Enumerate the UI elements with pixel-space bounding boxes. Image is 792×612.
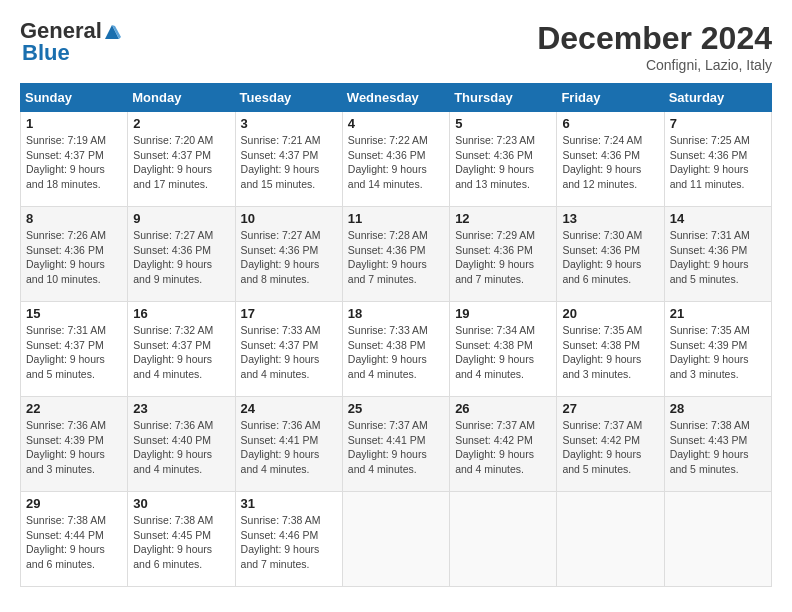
empty-cell-1: [342, 492, 449, 587]
col-wednesday: Wednesday: [342, 84, 449, 112]
title-area: December 2024 Configni, Lazio, Italy: [537, 20, 772, 73]
day-dec-26: 26 Sunrise: 7:37 AMSunset: 4:42 PMDaylig…: [450, 397, 557, 492]
col-friday: Friday: [557, 84, 664, 112]
day-dec-12: 12 Sunrise: 7:29 AMSunset: 4:36 PMDaylig…: [450, 207, 557, 302]
day-dec-29: 29 Sunrise: 7:38 AMSunset: 4:44 PMDaylig…: [21, 492, 128, 587]
day-dec-30: 30 Sunrise: 7:38 AMSunset: 4:45 PMDaylig…: [128, 492, 235, 587]
day-dec-9: 9 Sunrise: 7:27 AMSunset: 4:36 PMDayligh…: [128, 207, 235, 302]
logo-text: General: [20, 20, 121, 42]
logo-icon: [103, 23, 121, 41]
col-saturday: Saturday: [664, 84, 771, 112]
day-dec-8: 8 Sunrise: 7:26 AMSunset: 4:36 PMDayligh…: [21, 207, 128, 302]
col-thursday: Thursday: [450, 84, 557, 112]
day-dec-22: 22 Sunrise: 7:36 AMSunset: 4:39 PMDaylig…: [21, 397, 128, 492]
day-dec-19: 19 Sunrise: 7:34 AMSunset: 4:38 PMDaylig…: [450, 302, 557, 397]
calendar-row-1: 1 Sunrise: 7:19 AMSunset: 4:37 PMDayligh…: [21, 112, 772, 207]
logo: General Blue: [20, 20, 121, 66]
day-dec-18: 18 Sunrise: 7:33 AMSunset: 4:38 PMDaylig…: [342, 302, 449, 397]
day-dec-21: 21 Sunrise: 7:35 AMSunset: 4:39 PMDaylig…: [664, 302, 771, 397]
day-dec-17: 17 Sunrise: 7:33 AMSunset: 4:37 PMDaylig…: [235, 302, 342, 397]
day-dec-10: 10 Sunrise: 7:27 AMSunset: 4:36 PMDaylig…: [235, 207, 342, 302]
day-dec-13: 13 Sunrise: 7:30 AMSunset: 4:36 PMDaylig…: [557, 207, 664, 302]
calendar-row-4: 22 Sunrise: 7:36 AMSunset: 4:39 PMDaylig…: [21, 397, 772, 492]
empty-cell-4: [664, 492, 771, 587]
col-tuesday: Tuesday: [235, 84, 342, 112]
day-dec-16: 16 Sunrise: 7:32 AMSunset: 4:37 PMDaylig…: [128, 302, 235, 397]
calendar-row-3: 15 Sunrise: 7:31 AMSunset: 4:37 PMDaylig…: [21, 302, 772, 397]
logo-blue-text: Blue: [22, 40, 70, 66]
day-dec-7: 7 Sunrise: 7:25 AMSunset: 4:36 PMDayligh…: [664, 112, 771, 207]
day-dec-4: 4 Sunrise: 7:22 AMSunset: 4:36 PMDayligh…: [342, 112, 449, 207]
day-dec-2: 2 Sunrise: 7:20 AMSunset: 4:37 PMDayligh…: [128, 112, 235, 207]
day-dec-5: 5 Sunrise: 7:23 AMSunset: 4:36 PMDayligh…: [450, 112, 557, 207]
day-dec-14: 14 Sunrise: 7:31 AMSunset: 4:36 PMDaylig…: [664, 207, 771, 302]
day-dec-15: 15 Sunrise: 7:31 AMSunset: 4:37 PMDaylig…: [21, 302, 128, 397]
day-dec-23: 23 Sunrise: 7:36 AMSunset: 4:40 PMDaylig…: [128, 397, 235, 492]
location: Configni, Lazio, Italy: [537, 57, 772, 73]
day-dec-27: 27 Sunrise: 7:37 AMSunset: 4:42 PMDaylig…: [557, 397, 664, 492]
day-dec-24: 24 Sunrise: 7:36 AMSunset: 4:41 PMDaylig…: [235, 397, 342, 492]
day-dec-3: 3 Sunrise: 7:21 AMSunset: 4:37 PMDayligh…: [235, 112, 342, 207]
day-dec-6: 6 Sunrise: 7:24 AMSunset: 4:36 PMDayligh…: [557, 112, 664, 207]
page-header: General Blue December 2024 Configni, Laz…: [20, 20, 772, 73]
empty-cell-2: [450, 492, 557, 587]
calendar-header-row: Sunday Monday Tuesday Wednesday Thursday…: [21, 84, 772, 112]
calendar-table: Sunday Monday Tuesday Wednesday Thursday…: [20, 83, 772, 587]
month-title: December 2024: [537, 20, 772, 57]
empty-cell-3: [557, 492, 664, 587]
calendar-row-5: 29 Sunrise: 7:38 AMSunset: 4:44 PMDaylig…: [21, 492, 772, 587]
col-sunday: Sunday: [21, 84, 128, 112]
day-dec-31: 31 Sunrise: 7:38 AMSunset: 4:46 PMDaylig…: [235, 492, 342, 587]
day-dec-20: 20 Sunrise: 7:35 AMSunset: 4:38 PMDaylig…: [557, 302, 664, 397]
day-dec-1: 1 Sunrise: 7:19 AMSunset: 4:37 PMDayligh…: [21, 112, 128, 207]
day-dec-28: 28 Sunrise: 7:38 AMSunset: 4:43 PMDaylig…: [664, 397, 771, 492]
calendar-row-2: 8 Sunrise: 7:26 AMSunset: 4:36 PMDayligh…: [21, 207, 772, 302]
day-dec-25: 25 Sunrise: 7:37 AMSunset: 4:41 PMDaylig…: [342, 397, 449, 492]
col-monday: Monday: [128, 84, 235, 112]
day-dec-11: 11 Sunrise: 7:28 AMSunset: 4:36 PMDaylig…: [342, 207, 449, 302]
